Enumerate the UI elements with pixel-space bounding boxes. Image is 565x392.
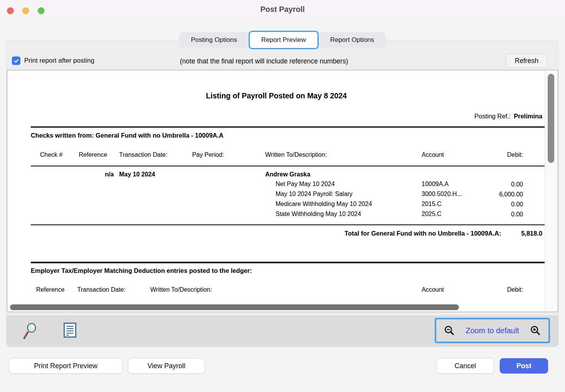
view-payroll-button[interactable]: View Payroll	[128, 358, 205, 374]
vertical-scrollbar[interactable]	[548, 74, 554, 163]
vertical-scrollbar-track[interactable]	[545, 71, 557, 311]
document-icon[interactable]	[63, 322, 76, 338]
col-trans-date: Transaction Date:	[119, 151, 168, 158]
divider	[31, 166, 545, 166]
refresh-button[interactable]: Refresh	[506, 54, 547, 68]
tab-report-options[interactable]: Report Options	[319, 32, 386, 48]
titlebar: Post Payroll	[0, 0, 565, 20]
cancel-button[interactable]: Cancel	[437, 358, 494, 374]
row-payee: Andrew Graska	[265, 171, 310, 178]
col-written-to: Written To/Description:	[150, 286, 212, 293]
row-trans-date: May 10 2024	[119, 171, 155, 178]
line-desc: State Withholding May 10 2024	[276, 211, 361, 218]
print-report-option: Print report after posting	[12, 56, 94, 65]
line-desc: Medicare Withholding May 10 2024	[276, 201, 372, 208]
print-report-checkbox-label: Print report after posting	[24, 57, 94, 65]
divider	[31, 126, 545, 128]
col-trans-date: Transaction Date:	[77, 286, 126, 293]
total-label: Total for General Fund with no Umbrella …	[344, 230, 501, 237]
section-heading: Employer Tax/Employer Matching Deduction…	[31, 267, 252, 274]
col-debit: Debit:	[507, 151, 523, 158]
row-reference: n/a	[79, 171, 114, 178]
divider	[31, 262, 545, 263]
col-reference: Reference	[79, 151, 107, 158]
line-account: 2025.C	[422, 211, 442, 218]
col-account: Account	[422, 151, 444, 158]
col-reference: Reference	[36, 286, 65, 293]
line-account: 3000.5020.H...	[422, 191, 462, 198]
preview-toolbar: Zoom to default	[7, 316, 558, 347]
section-heading: Checks written from: General Fund with n…	[31, 132, 224, 139]
report-title: Listing of Payroll Posted on May 8 2024	[7, 91, 545, 100]
line-account: 2015.C	[422, 201, 442, 208]
post-button[interactable]: Post	[500, 358, 548, 374]
line-debit: 6,000.00	[499, 191, 523, 198]
line-desc: May 10 2024 Payroll: Salary	[276, 191, 352, 198]
magnifier-icon[interactable]	[23, 322, 37, 340]
horizontal-scrollbar[interactable]	[10, 304, 459, 310]
tab-bar: Posting Options Report Preview Report Op…	[0, 32, 565, 48]
zoom-in-icon[interactable]	[530, 325, 541, 336]
line-debit: 0.00	[511, 201, 523, 208]
col-account: Account	[422, 286, 444, 293]
col-debit: Debit:	[507, 286, 523, 293]
checkmark-icon	[13, 58, 19, 64]
line-debit: 0.00	[511, 181, 523, 188]
report-preview-area[interactable]: Listing of Payroll Posted on May 8 2024 …	[7, 70, 558, 312]
line-desc: Net Pay May 10 2024	[276, 181, 335, 188]
post-payroll-window: Post Payroll	[0, 0, 565, 392]
reference-note: (note that the final report will include…	[180, 57, 348, 65]
col-check: Check #	[40, 151, 63, 158]
tab-report-preview[interactable]: Report Preview	[249, 31, 319, 49]
col-written-to: Written To/Description:	[265, 151, 327, 158]
print-report-preview-button[interactable]: Print Report Preview	[9, 358, 123, 374]
tab-posting-options[interactable]: Posting Options	[179, 32, 249, 48]
zoom-to-default-button[interactable]: Zoom to default	[466, 326, 519, 335]
divider	[31, 224, 545, 225]
zoom-out-icon[interactable]	[444, 325, 455, 336]
col-pay-period: Pay Period:	[192, 151, 224, 158]
print-report-checkbox[interactable]	[12, 56, 20, 65]
zoom-control: Zoom to default	[435, 318, 550, 343]
line-account: 10009A.A	[422, 181, 449, 188]
total-value: 5,818.0	[521, 230, 542, 237]
line-debit: 0.00	[511, 211, 523, 218]
posting-ref: Posting Ref.:Prelimina	[474, 113, 542, 120]
window-title: Post Payroll	[0, 5, 565, 14]
